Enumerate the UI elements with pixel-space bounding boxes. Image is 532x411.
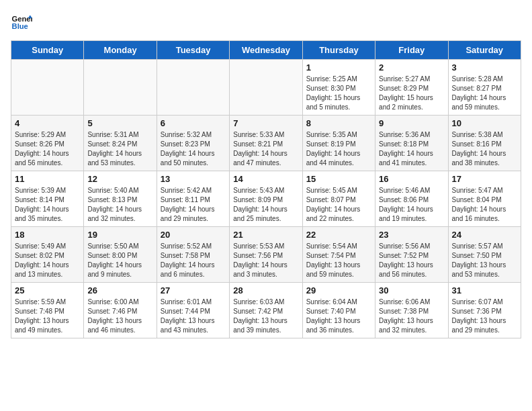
day-number: 29 (306, 285, 371, 295)
day-number: 21 (233, 230, 298, 240)
day-info: Sunrise: 5:52 AM Sunset: 7:58 PM Dayligh… (161, 242, 226, 279)
day-cell (230, 60, 302, 116)
day-info: Sunrise: 5:54 AM Sunset: 7:54 PM Dayligh… (306, 242, 371, 279)
week-row-5: 25Sunrise: 5:59 AM Sunset: 7:48 PM Dayli… (11, 283, 521, 338)
day-info: Sunrise: 5:39 AM Sunset: 8:14 PM Dayligh… (15, 186, 80, 224)
day-number: 19 (87, 230, 152, 240)
day-cell: 11Sunrise: 5:39 AM Sunset: 8:14 PM Dayli… (11, 171, 84, 227)
day-number: 23 (379, 230, 444, 240)
day-number: 22 (306, 230, 371, 240)
day-info: Sunrise: 5:49 AM Sunset: 8:02 PM Dayligh… (15, 242, 80, 279)
day-cell (11, 60, 84, 116)
week-row-1: 1Sunrise: 5:25 AM Sunset: 8:30 PM Daylig… (11, 60, 521, 116)
day-cell: 2Sunrise: 5:27 AM Sunset: 8:29 PM Daylig… (375, 60, 448, 116)
day-cell: 22Sunrise: 5:54 AM Sunset: 7:54 PM Dayli… (302, 227, 375, 283)
day-cell: 6Sunrise: 5:32 AM Sunset: 8:23 PM Daylig… (157, 116, 229, 171)
day-number: 11 (15, 174, 80, 184)
day-info: Sunrise: 5:36 AM Sunset: 8:18 PM Dayligh… (379, 130, 444, 168)
day-info: Sunrise: 5:35 AM Sunset: 8:19 PM Dayligh… (306, 130, 371, 168)
day-number: 12 (87, 174, 152, 184)
day-cell: 23Sunrise: 5:56 AM Sunset: 7:52 PM Dayli… (375, 227, 448, 283)
day-number: 1 (306, 62, 371, 73)
svg-text:General: General (12, 15, 32, 23)
day-info: Sunrise: 5:50 AM Sunset: 8:00 PM Dayligh… (87, 242, 152, 279)
day-number: 30 (379, 285, 444, 295)
calendar-table: SundayMondayTuesdayWednesdayThursdayFrid… (11, 40, 521, 338)
day-cell: 18Sunrise: 5:49 AM Sunset: 8:02 PM Dayli… (11, 227, 84, 283)
day-cell: 24Sunrise: 5:57 AM Sunset: 7:50 PM Dayli… (448, 227, 521, 283)
header-tuesday: Tuesday (157, 41, 229, 60)
day-number: 31 (452, 285, 517, 295)
day-cell: 12Sunrise: 5:40 AM Sunset: 8:13 PM Dayli… (84, 171, 157, 227)
day-cell: 17Sunrise: 5:47 AM Sunset: 8:04 PM Dayli… (448, 171, 521, 227)
day-cell: 5Sunrise: 5:31 AM Sunset: 8:24 PM Daylig… (84, 116, 157, 171)
day-info: Sunrise: 6:01 AM Sunset: 7:44 PM Dayligh… (161, 298, 226, 335)
day-number: 3 (452, 62, 517, 73)
day-cell: 16Sunrise: 5:46 AM Sunset: 8:06 PM Dayli… (375, 171, 448, 227)
day-number: 2 (379, 62, 444, 73)
day-number: 20 (161, 230, 226, 240)
day-number: 10 (452, 118, 517, 128)
day-number: 16 (379, 174, 444, 184)
day-info: Sunrise: 5:57 AM Sunset: 7:50 PM Dayligh… (452, 242, 517, 279)
day-info: Sunrise: 6:06 AM Sunset: 7:38 PM Dayligh… (379, 298, 444, 335)
day-cell: 20Sunrise: 5:52 AM Sunset: 7:58 PM Dayli… (157, 227, 229, 283)
day-cell: 29Sunrise: 6:04 AM Sunset: 7:40 PM Dayli… (302, 283, 375, 338)
day-info: Sunrise: 5:53 AM Sunset: 7:56 PM Dayligh… (233, 242, 298, 279)
day-info: Sunrise: 5:56 AM Sunset: 7:52 PM Dayligh… (379, 242, 444, 279)
day-info: Sunrise: 5:40 AM Sunset: 8:13 PM Dayligh… (87, 186, 152, 224)
day-number: 8 (306, 118, 371, 128)
day-cell: 28Sunrise: 6:03 AM Sunset: 7:42 PM Dayli… (230, 283, 302, 338)
day-number: 28 (233, 285, 298, 295)
week-row-3: 11Sunrise: 5:39 AM Sunset: 8:14 PM Dayli… (11, 171, 521, 227)
day-cell: 25Sunrise: 5:59 AM Sunset: 7:48 PM Dayli… (11, 283, 84, 338)
header-sunday: Sunday (11, 41, 84, 60)
day-info: Sunrise: 5:38 AM Sunset: 8:16 PM Dayligh… (452, 130, 517, 168)
day-number: 9 (379, 118, 444, 128)
day-info: Sunrise: 6:03 AM Sunset: 7:42 PM Dayligh… (233, 298, 298, 335)
day-number: 18 (15, 230, 80, 240)
day-info: Sunrise: 5:45 AM Sunset: 8:07 PM Dayligh… (306, 186, 371, 224)
day-cell: 9Sunrise: 5:36 AM Sunset: 8:18 PM Daylig… (375, 116, 448, 171)
header-saturday: Saturday (448, 41, 521, 60)
day-cell: 27Sunrise: 6:01 AM Sunset: 7:44 PM Dayli… (157, 283, 229, 338)
day-number: 25 (15, 285, 80, 295)
day-cell: 31Sunrise: 6:07 AM Sunset: 7:36 PM Dayli… (448, 283, 521, 338)
day-cell: 26Sunrise: 6:00 AM Sunset: 7:46 PM Dayli… (84, 283, 157, 338)
day-cell: 13Sunrise: 5:42 AM Sunset: 8:11 PM Dayli… (157, 171, 229, 227)
day-cell (157, 60, 229, 116)
day-info: Sunrise: 5:27 AM Sunset: 8:29 PM Dayligh… (379, 75, 444, 112)
day-info: Sunrise: 5:32 AM Sunset: 8:23 PM Dayligh… (161, 130, 226, 168)
logo-icon: General Blue (11, 11, 32, 32)
day-cell: 15Sunrise: 5:45 AM Sunset: 8:07 PM Dayli… (302, 171, 375, 227)
day-cell: 19Sunrise: 5:50 AM Sunset: 8:00 PM Dayli… (84, 227, 157, 283)
day-cell: 10Sunrise: 5:38 AM Sunset: 8:16 PM Dayli… (448, 116, 521, 171)
header: General Blue (11, 11, 521, 32)
header-wednesday: Wednesday (230, 41, 302, 60)
day-number: 27 (161, 285, 226, 295)
day-cell: 8Sunrise: 5:35 AM Sunset: 8:19 PM Daylig… (302, 116, 375, 171)
day-number: 24 (452, 230, 517, 240)
day-info: Sunrise: 5:25 AM Sunset: 8:30 PM Dayligh… (306, 75, 371, 112)
day-number: 15 (306, 174, 371, 184)
day-info: Sunrise: 6:07 AM Sunset: 7:36 PM Dayligh… (452, 298, 517, 335)
day-number: 5 (87, 118, 152, 128)
day-number: 14 (233, 174, 298, 184)
day-number: 13 (161, 174, 226, 184)
logo: General Blue (11, 11, 35, 32)
header-row: SundayMondayTuesdayWednesdayThursdayFrid… (11, 41, 521, 60)
day-cell: 30Sunrise: 6:06 AM Sunset: 7:38 PM Dayli… (375, 283, 448, 338)
day-info: Sunrise: 5:43 AM Sunset: 8:09 PM Dayligh… (233, 186, 298, 224)
day-number: 6 (161, 118, 226, 128)
day-number: 4 (15, 118, 80, 128)
header-friday: Friday (375, 41, 448, 60)
header-thursday: Thursday (302, 41, 375, 60)
day-info: Sunrise: 5:31 AM Sunset: 8:24 PM Dayligh… (87, 130, 152, 168)
week-row-4: 18Sunrise: 5:49 AM Sunset: 8:02 PM Dayli… (11, 227, 521, 283)
day-number: 17 (452, 174, 517, 184)
day-cell: 21Sunrise: 5:53 AM Sunset: 7:56 PM Dayli… (230, 227, 302, 283)
day-number: 7 (233, 118, 298, 128)
day-info: Sunrise: 6:04 AM Sunset: 7:40 PM Dayligh… (306, 298, 371, 335)
day-cell: 3Sunrise: 5:28 AM Sunset: 8:27 PM Daylig… (448, 60, 521, 116)
day-cell: 7Sunrise: 5:33 AM Sunset: 8:21 PM Daylig… (230, 116, 302, 171)
